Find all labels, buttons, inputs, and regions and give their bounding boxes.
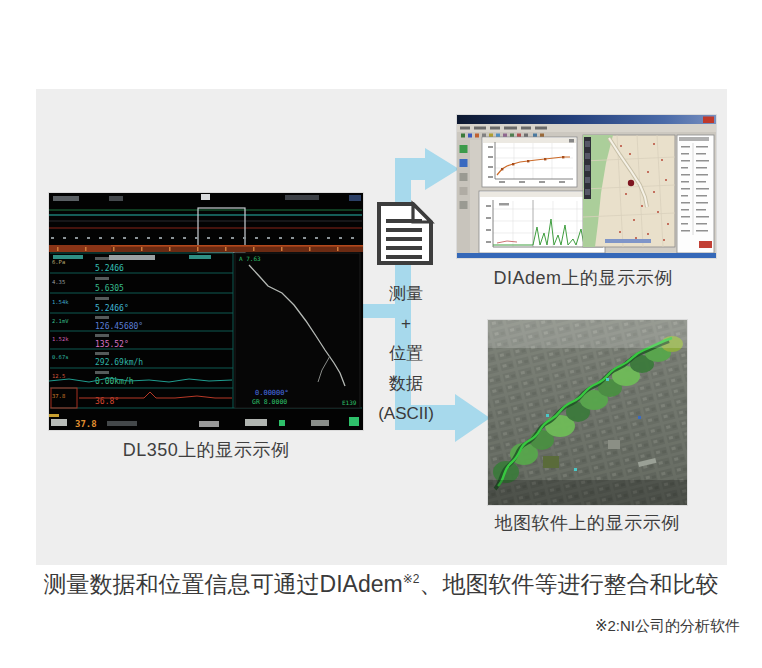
svg-text:37.8: 37.8 — [52, 393, 65, 399]
page: 6.Pa 4.35 1.54k 2.1mV 1.52k 0.67s 12.5 3… — [0, 0, 762, 668]
svg-text:126.45680°: 126.45680° — [95, 322, 143, 331]
dl350-gps-panel: A 7.63 0.00000° GR 8.0000 E139 — [235, 253, 360, 408]
svg-text:GR 8.0000: GR 8.0000 — [252, 398, 287, 406]
flow-label-line: 数据 — [356, 369, 456, 399]
diadem-titlebar — [457, 115, 716, 124]
footnote: ※2:NI公司的分析软件 — [595, 617, 740, 636]
arrow-top-head — [425, 148, 459, 190]
footer-sentence-prefix: 测量数据和位置信息可通过DIAdem — [44, 571, 403, 597]
svg-text:4.35: 4.35 — [52, 279, 65, 285]
svg-text:6.Pa: 6.Pa — [52, 259, 65, 265]
map-caption: 地图软件上的显示示例 — [482, 511, 692, 535]
arrow-top-shaft — [395, 158, 425, 180]
svg-text:5.2466°: 5.2466° — [95, 304, 129, 313]
dl350-caption: DL350上的显示示例 — [49, 438, 363, 462]
svg-text:292.69km/h: 292.69km/h — [95, 358, 143, 367]
flow-label-line: + — [356, 309, 456, 339]
diadem-close-button — [703, 117, 714, 124]
dl350-screenshot: 6.Pa 4.35 1.54k 2.1mV 1.52k 0.67s 12.5 3… — [49, 193, 363, 430]
diadem-statusbar — [457, 253, 716, 258]
diadem-map-marker — [628, 180, 634, 186]
svg-text:5.6305: 5.6305 — [95, 284, 124, 293]
svg-text:2.1mV: 2.1mV — [52, 318, 69, 324]
diadem-screenshot — [457, 115, 716, 258]
diadem-data-list — [677, 135, 714, 253]
flow-label: 测量 + 位置 数据 (ASCII) — [356, 279, 456, 429]
svg-text:A 7.63: A 7.63 — [239, 255, 261, 262]
svg-text:37.8: 37.8 — [75, 419, 97, 429]
diadem-red-badge — [699, 241, 712, 248]
diadem-menubar — [457, 124, 716, 132]
svg-text:0.00000°: 0.00000° — [255, 389, 289, 397]
map-software-screenshot — [488, 320, 687, 505]
footer-sentence: 测量数据和位置信息可通过DIAdem※2、地图软件等进行整合和比较 — [0, 569, 762, 600]
flow-label-line: (ASCII) — [356, 399, 456, 429]
svg-text:1.54k: 1.54k — [52, 299, 69, 305]
svg-text:0.67s: 0.67s — [52, 354, 69, 360]
svg-text:135.52°: 135.52° — [95, 340, 129, 349]
arrow-bottom-head — [455, 394, 490, 442]
svg-text:E139: E139 — [342, 399, 357, 406]
svg-text:1.52k: 1.52k — [52, 336, 69, 342]
diadem-left-toolbar — [457, 140, 470, 253]
footer-sentence-suffix: 、地图软件等进行整合和比较 — [419, 571, 718, 597]
ascii-file-icon — [373, 199, 437, 269]
diadem-chart-speed — [482, 137, 577, 187]
flow-label-line: 测量 — [356, 279, 456, 309]
diadem-map-scrollbar — [584, 137, 591, 199]
flow-label-line: 位置 — [356, 339, 456, 369]
footnote-marker: ※2 — [403, 572, 420, 586]
diadem-map-panel — [583, 135, 675, 247]
svg-text:12.5: 12.5 — [52, 373, 65, 379]
svg-text:5.2466: 5.2466 — [95, 264, 124, 273]
diadem-caption: DIAdem上的显示示例 — [450, 266, 716, 290]
